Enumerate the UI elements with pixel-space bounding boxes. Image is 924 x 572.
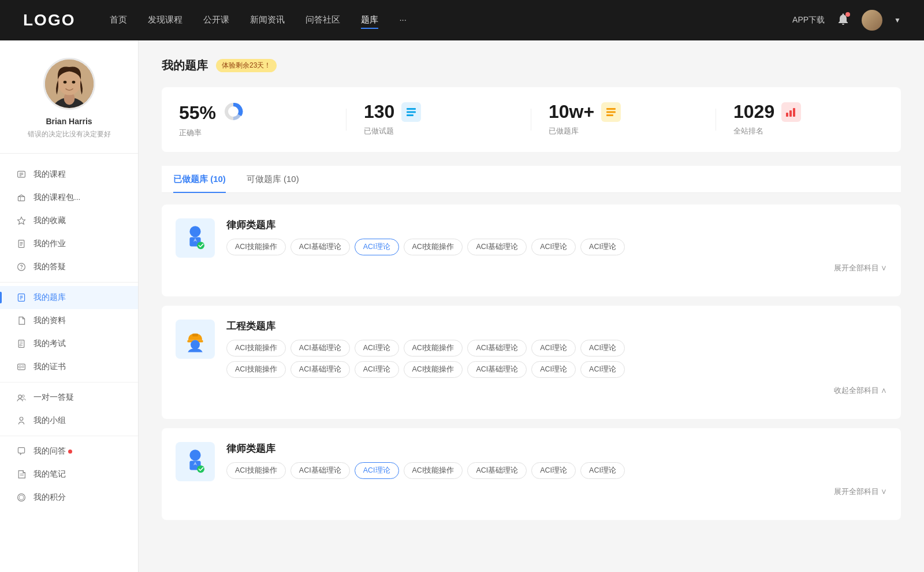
svg-rect-42 (407, 108, 416, 110)
sidebar-item-points[interactable]: 我的积分 (0, 486, 138, 509)
sidebar-item-quiz[interactable]: 我的题库 (0, 286, 138, 309)
svg-point-30 (19, 366, 21, 368)
package-icon (16, 192, 27, 203)
svg-rect-24 (18, 340, 24, 348)
card-header: 律师类题库 ACI技能操作ACI基础理论ACI理论ACI技能操作ACI基础理论A… (176, 442, 887, 497)
points-icon (16, 492, 27, 503)
tag-1-0[interactable]: ACI技能操作 (226, 340, 286, 356)
tag-2-2[interactable]: ACI理论 (355, 462, 399, 479)
notification-bell[interactable] (836, 12, 850, 28)
tag-1-11[interactable]: ACI基础理论 (467, 361, 527, 378)
cert-icon (16, 362, 27, 372)
stat-icon (223, 101, 244, 124)
nav-item-0[interactable]: 首页 (110, 12, 127, 29)
svg-point-51 (189, 226, 200, 237)
sidebar-item-homework[interactable]: 我的作业 (0, 232, 138, 255)
tab-item-1[interactable]: 可做题库 (10) (247, 166, 299, 193)
stat-icon (781, 102, 801, 122)
expand-link[interactable]: 收起全部科目 ∧ (834, 387, 887, 395)
tag-1-7[interactable]: ACI技能操作 (226, 361, 286, 378)
tag-1-6[interactable]: ACI理论 (580, 340, 625, 356)
tag-2-6[interactable]: ACI理论 (580, 462, 625, 479)
nav-item-1[interactable]: 发现课程 (148, 12, 182, 29)
stat-value: 1029 (733, 101, 774, 122)
sidebar-item-cert[interactable]: 我的证书 (0, 355, 138, 378)
tag-2-3[interactable]: ACI技能操作 (404, 462, 463, 479)
oneone-icon (16, 392, 27, 403)
svg-point-54 (197, 242, 204, 249)
svg-point-34 (22, 395, 24, 398)
card-footer: 收起全部科目 ∧ (226, 385, 887, 396)
tag-1-1[interactable]: ACI基础理论 (290, 340, 350, 356)
tag-1-9[interactable]: ACI理论 (355, 361, 399, 378)
tag-2-0[interactable]: ACI技能操作 (226, 462, 286, 479)
navbar-menu: 首页发现课程公开课新闻资讯问答社区题库··· (110, 12, 792, 29)
user-menu-chevron[interactable]: ▼ (894, 16, 901, 24)
tag-0-1[interactable]: ACI基础理论 (290, 239, 350, 255)
nav-item-5[interactable]: 题库 (361, 12, 378, 29)
tab-item-0[interactable]: 已做题库 (10) (173, 166, 226, 193)
sidebar-item-group[interactable]: 我的小组 (0, 409, 138, 432)
expand-link[interactable]: 展开全部科目 ∨ (834, 488, 887, 496)
svg-point-39 (19, 495, 24, 500)
sidebar-item-package[interactable]: 我的课程包... (0, 186, 138, 209)
svg-rect-48 (786, 113, 788, 117)
svg-point-41 (228, 106, 239, 117)
tag-2-4[interactable]: ACI基础理论 (467, 462, 527, 479)
main-layout: Brian Harris 错误的决定比没有决定要好 我的课程 我的课程包... … (0, 40, 924, 572)
card-0: 律师类题库 ACI技能操作ACI基础理论ACI理论ACI技能操作ACI基础理论A… (162, 205, 901, 296)
tag-0-2[interactable]: ACI理论 (355, 239, 399, 255)
stat-item-1: 130 已做试题 (346, 101, 531, 138)
tag-1-3[interactable]: ACI技能操作 (404, 340, 463, 356)
tag-2-1[interactable]: ACI基础理论 (290, 462, 350, 479)
sidebar-label: 我的课程 (33, 169, 66, 180)
svg-point-19 (21, 268, 22, 269)
user-avatar[interactable] (862, 10, 882, 31)
svg-point-27 (20, 344, 21, 346)
tag-1-2[interactable]: ACI理论 (355, 340, 399, 356)
profile-name: Brian Harris (12, 117, 126, 126)
sidebar-item-file[interactable]: 我的资料 (0, 309, 138, 332)
tag-1-4[interactable]: ACI基础理论 (467, 340, 527, 356)
sidebar-item-course[interactable]: 我的课程 (0, 163, 138, 186)
svg-point-35 (20, 417, 23, 421)
nav-item-6[interactable]: ··· (399, 12, 407, 29)
sidebar: Brian Harris 错误的决定比没有决定要好 我的课程 我的课程包... … (0, 40, 139, 572)
tag-0-3[interactable]: ACI技能操作 (404, 239, 463, 255)
tag-0-5[interactable]: ACI理论 (531, 239, 576, 255)
tag-0-0[interactable]: ACI技能操作 (226, 239, 286, 255)
stat-row: 130 (364, 101, 421, 122)
tags-row: ACI技能操作ACI基础理论ACI理论ACI技能操作ACI基础理论ACI理论AC… (226, 239, 887, 255)
nav-item-2[interactable]: 公开课 (203, 12, 229, 29)
sidebar-item-qa[interactable]: 我的问答 (0, 440, 138, 463)
app-download-link[interactable]: APP下载 (792, 15, 825, 25)
tag-1-10[interactable]: ACI技能操作 (404, 361, 463, 378)
stats-bar: 55% 正确率 130 已做试题 10w+ 已做题库 1029 (162, 87, 901, 152)
nav-item-3[interactable]: 新闻资讯 (250, 12, 285, 29)
sidebar-item-exam[interactable]: 我的考试 (0, 332, 138, 355)
tags-row: ACI技能操作ACI基础理论ACI理论ACI技能操作ACI基础理论ACI理论AC… (226, 462, 887, 479)
svg-rect-46 (606, 111, 616, 113)
quiz-icon (16, 292, 27, 303)
tag-1-5[interactable]: ACI理论 (531, 340, 576, 356)
nav-item-4[interactable]: 问答社区 (305, 12, 340, 29)
tag-1-8[interactable]: ACI基础理论 (290, 361, 350, 378)
sidebar-item-oneone[interactable]: 一对一答疑 (0, 386, 138, 409)
stat-item-2: 10w+ 已做题库 (531, 101, 716, 138)
tag-2-5[interactable]: ACI理论 (531, 462, 576, 479)
homework-icon (16, 239, 27, 249)
tag-0-4[interactable]: ACI基础理论 (467, 239, 527, 255)
sidebar-label: 我的资料 (33, 315, 66, 326)
sidebar-item-star[interactable]: 我的收藏 (0, 209, 138, 232)
tag-1-13[interactable]: ACI理论 (580, 361, 625, 378)
tag-0-6[interactable]: ACI理论 (580, 239, 625, 255)
svg-point-6 (72, 81, 75, 84)
svg-point-33 (18, 395, 22, 399)
stat-item-3: 1029 全站排名 (716, 101, 901, 138)
card-body: 律师类题库 ACI技能操作ACI基础理论ACI理论ACI技能操作ACI基础理论A… (226, 442, 887, 497)
tag-1-12[interactable]: ACI理论 (531, 361, 576, 378)
sidebar-item-note[interactable]: 我的笔记 (0, 463, 138, 486)
tags-row-1: ACI技能操作ACI基础理论ACI理论ACI技能操作ACI基础理论ACI理论AC… (226, 340, 887, 356)
expand-link[interactable]: 展开全部科目 ∨ (834, 264, 887, 272)
sidebar-item-question[interactable]: 我的答疑 (0, 255, 138, 278)
